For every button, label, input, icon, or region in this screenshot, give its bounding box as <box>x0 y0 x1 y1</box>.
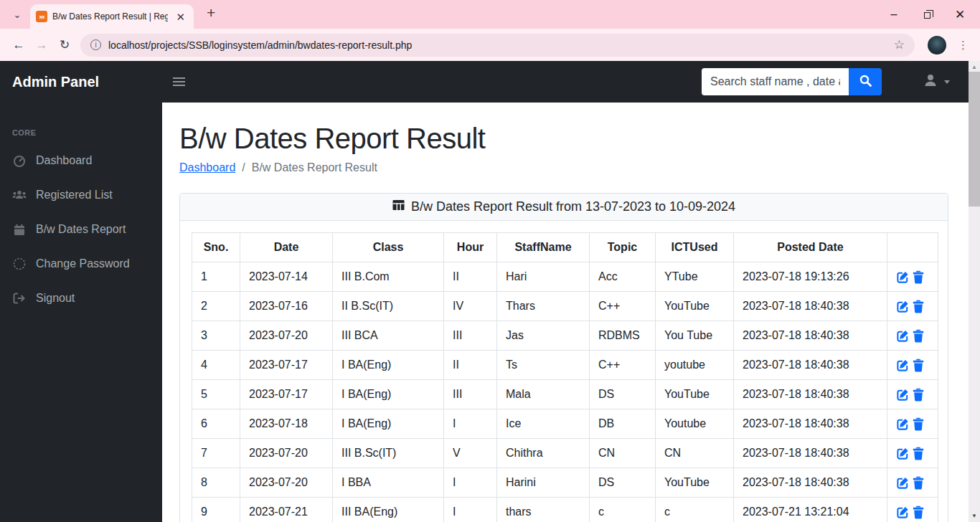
sidebar-toggle-icon[interactable] <box>169 71 189 92</box>
row-actions-cell <box>887 321 938 351</box>
signout-icon <box>12 293 27 304</box>
table-row: 82023-07-20I BBAIHariniDSYouTube2023-07-… <box>192 468 938 498</box>
table-cell: Chithra <box>497 439 590 468</box>
tab-close-icon[interactable]: ✕ <box>173 10 188 24</box>
table-cell: II <box>444 262 497 292</box>
trash-icon[interactable] <box>913 300 924 313</box>
profile-avatar[interactable] <box>928 36 946 54</box>
table-cell: RDBMS <box>590 321 656 351</box>
edit-icon[interactable] <box>896 476 910 490</box>
table-cell: C++ <box>590 292 656 321</box>
scrollbar-down-icon[interactable]: ▼ <box>969 511 980 521</box>
row-actions-cell <box>887 409 938 439</box>
table-cell: DS <box>590 468 656 498</box>
address-bar[interactable]: i localhost/projects/SSB/loginsystem/adm… <box>80 34 915 57</box>
table-cell: YouTube <box>656 468 734 498</box>
table-cell: I <box>444 409 497 439</box>
new-tab-button[interactable]: + <box>201 4 221 24</box>
edit-icon[interactable] <box>896 506 910 519</box>
trash-icon[interactable] <box>913 359 924 372</box>
scrollbar-up-icon[interactable]: ▲ <box>969 62 980 72</box>
sidebar-item-bw-dates-report[interactable]: B/w Dates Report <box>0 212 162 247</box>
user-icon <box>922 72 939 92</box>
scrollbar-thumb[interactable] <box>969 72 980 207</box>
browser-menu-icon[interactable]: ⋮ <box>953 39 973 52</box>
trash-icon[interactable] <box>913 329 924 343</box>
table-cell: DS <box>590 380 656 409</box>
table-cell: thars <box>497 498 590 522</box>
table-cell: III B.Com <box>333 262 444 292</box>
sidebar-section-heading: CORE <box>0 128 162 137</box>
table-row: 62023-07-18I BA(Eng)IIceDBYoutube2023-07… <box>192 409 938 439</box>
tab-search-chevron-icon[interactable]: ⌄ <box>7 4 27 24</box>
sidebar-item-dashboard[interactable]: Dashboard <box>0 143 162 178</box>
table-cell: 2023-07-16 <box>240 292 333 321</box>
sidebar-item-change-password[interactable]: Change Password <box>0 247 162 281</box>
restore-button[interactable] <box>921 9 933 20</box>
forward-button[interactable]: → <box>30 34 53 57</box>
table-cell: 2023-07-20 <box>240 439 333 468</box>
trash-icon[interactable] <box>913 388 924 402</box>
table-cell: 2023-07-18 18:40:38 <box>734 439 887 468</box>
browser-window: ⌄ xx B/w Dates Report Result | Regis ✕ +… <box>0 0 980 522</box>
bookmark-star-icon[interactable]: ☆ <box>894 37 905 52</box>
report-card-header-text: B/w Dates Report Result from 13-07-2023 … <box>411 199 735 214</box>
browser-toolbar: ← → ↻ i localhost/projects/SSB/loginsyst… <box>0 29 980 61</box>
url-text[interactable]: localhost/projects/SSB/loginsystem/admin… <box>108 39 887 51</box>
edit-icon[interactable] <box>896 329 910 343</box>
column-header: Topic <box>590 233 656 262</box>
table-cell: 7 <box>192 439 240 468</box>
user-menu[interactable] <box>922 72 950 92</box>
table-row: 72023-07-20III B.Sc(IT)VChithraCNCN2023-… <box>192 439 938 468</box>
page-info-icon[interactable]: i <box>90 39 101 50</box>
sidebar-item-label: B/w Dates Report <box>36 223 126 236</box>
trash-icon[interactable] <box>913 447 924 460</box>
table-cell: 1 <box>192 262 240 292</box>
breadcrumb-dashboard-link[interactable]: Dashboard <box>179 161 235 174</box>
trash-icon[interactable] <box>913 270 924 284</box>
table-cell: 2023-07-20 <box>240 321 333 351</box>
table-cell: 2 <box>192 292 240 321</box>
table-cell: 2023-07-17 <box>240 351 333 380</box>
back-button[interactable]: ← <box>7 34 30 57</box>
trash-icon[interactable] <box>913 506 924 519</box>
table-cell: 2023-07-18 18:40:38 <box>734 351 887 380</box>
table-cell: III B.Sc(IT) <box>333 439 444 468</box>
table-cell: 9 <box>192 498 240 522</box>
sidebar-item-signout[interactable]: Signout <box>0 281 162 315</box>
edit-icon[interactable] <box>896 359 910 372</box>
brand-title: Admin Panel <box>0 74 162 90</box>
table-cell: 2023-07-20 <box>240 468 333 498</box>
trash-icon[interactable] <box>913 476 924 490</box>
users-icon <box>12 189 27 201</box>
row-actions-cell <box>887 262 938 292</box>
edit-icon[interactable] <box>896 447 910 460</box>
sidebar-item-label: Registered List <box>36 189 113 201</box>
search-input[interactable] <box>702 68 849 95</box>
table-cell: 2023-07-18 18:40:38 <box>734 468 887 498</box>
edit-icon[interactable] <box>896 270 910 284</box>
edit-icon[interactable] <box>896 300 910 313</box>
trash-icon[interactable] <box>913 417 924 431</box>
edit-icon[interactable] <box>896 388 910 402</box>
row-actions-cell <box>887 498 938 522</box>
table-cell: Mala <box>497 380 590 409</box>
column-header: Sno. <box>192 233 240 262</box>
chevron-down-icon <box>944 80 950 84</box>
search-button[interactable] <box>849 68 882 95</box>
edit-icon[interactable] <box>896 417 910 431</box>
column-header: StaffName <box>497 233 590 262</box>
sidebar-item-registered-list[interactable]: Registered List <box>0 178 162 212</box>
minimize-button[interactable]: – <box>888 9 900 20</box>
sidebar: CORE Dashboard Registered List B/w Dates… <box>0 103 162 522</box>
close-button[interactable]: ✕ <box>954 9 966 20</box>
browser-tab[interactable]: xx B/w Dates Report Result | Regis ✕ <box>30 4 194 29</box>
table-cell: Ice <box>497 409 590 439</box>
page-scrollbar[interactable]: ▲ ▼ <box>969 61 980 522</box>
table-cell: C++ <box>590 351 656 380</box>
table-cell: III BCA <box>333 321 444 351</box>
search-form <box>702 68 882 95</box>
table-row: 92023-07-21III BA(Eng)Itharscc2023-07-21… <box>192 498 938 522</box>
reload-button[interactable]: ↻ <box>53 34 76 57</box>
table-row: 12023-07-14III B.ComIIHariAccYTube2023-0… <box>192 262 938 292</box>
